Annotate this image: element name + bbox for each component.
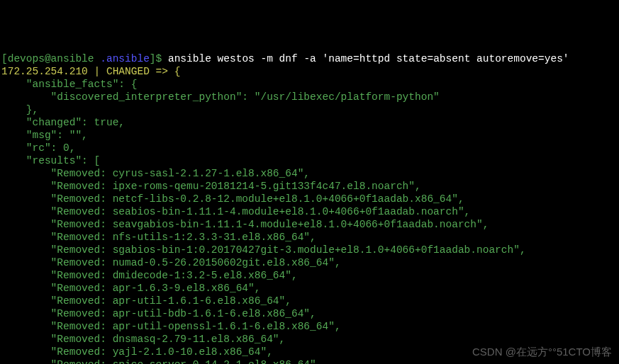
result-line: "Removed: netcf-libs-0.2.8-12.module+el8… [1, 193, 464, 205]
result-line: "Removed: dnsmasq-2.79-11.el8.x86_64", [1, 334, 285, 345]
result-line: "Removed: apr-util-openssl-1.6.1-6.el8.x… [1, 321, 341, 332]
output-line: "rc": 0, [1, 142, 75, 154]
output-line: "ansible_facts": { [1, 79, 137, 90]
output-line: }, [1, 104, 38, 115]
command-text: ansible westos -m dnf -a 'name=httpd sta… [168, 53, 569, 64]
result-line: "Removed: apr-util-bdb-1.6.1-6.el8.x86_6… [1, 308, 316, 319]
result-line: "Removed: apr-1.6.3-9.el8.x86_64", [1, 283, 260, 294]
prompt-suffix: ]$ [150, 53, 168, 64]
result-line: "Removed: spice-server-0.14.2-1.el8.x86_… [1, 359, 322, 364]
result-line: "Removed: nfs-utils-1:2.3.3-31.el8.x86_6… [1, 232, 316, 243]
terminal-output[interactable]: [devops@ansible .ansible]$ ansible westo… [0, 51, 619, 364]
result-line: "Removed: ipxe-roms-qemu-20181214-5.git1… [1, 181, 421, 192]
output-line: "changed": true, [1, 117, 125, 128]
result-line: "Removed: sgabios-bin-1:0.20170427git-3.… [1, 244, 526, 256]
result-line: "Removed: dmidecode-1:3.2-5.el8.x86_64", [1, 270, 298, 281]
watermark-text: CSDN @在远方°°51CTO博客 [472, 346, 612, 358]
result-line: "Removed: seavgabios-bin-1.11.1-4.module… [1, 219, 489, 230]
output-line: "discovered_interpreter_python": "/usr/l… [1, 91, 440, 103]
result-line: "Removed: apr-util-1.6.1-6.el8.x86_64", [1, 295, 291, 307]
result-line: "Removed: numad-0.5-26.20150602git.el8.x… [1, 257, 341, 268]
result-line: "Removed: yajl-2.1.0-10.el8.x86_64", [1, 346, 273, 358]
prompt-cwd: .ansible [100, 53, 150, 64]
result-line: "Removed: cyrus-sasl-2.1.27-1.el8.x86_64… [1, 168, 310, 179]
result-line: "Removed: seabios-bin-1.11.1-4.module+el… [1, 206, 470, 217]
host-status-line: 172.25.254.210 | CHANGED => { [1, 66, 180, 77]
output-line: "msg": "", [1, 130, 88, 141]
output-line: "results": [ [1, 155, 100, 166]
prompt-user-host: [devops@ansible [1, 53, 100, 64]
